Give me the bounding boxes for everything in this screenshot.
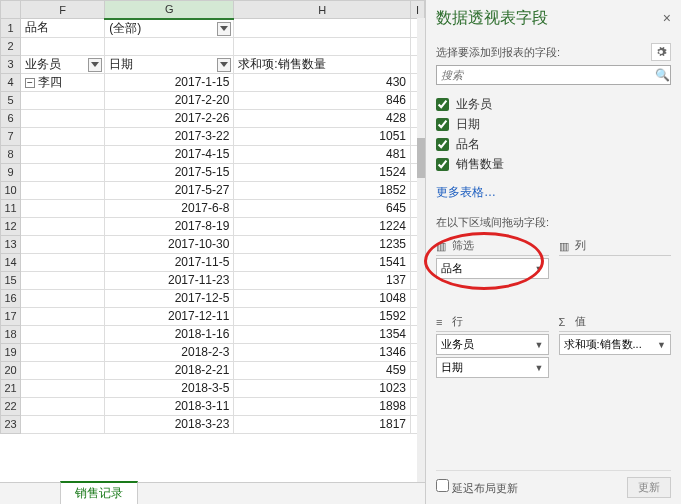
vertical-scrollbar[interactable]: [417, 18, 425, 482]
cell[interactable]: [21, 307, 105, 325]
zone-rows[interactable]: 业务员▼ 日期▼: [436, 334, 549, 384]
col-F[interactable]: F: [21, 1, 105, 19]
cell[interactable]: 430: [234, 73, 411, 91]
cell[interactable]: 1898: [234, 397, 411, 415]
field-checkbox[interactable]: 销售数量: [436, 156, 671, 173]
cell[interactable]: [21, 271, 105, 289]
collapse-icon[interactable]: −: [25, 78, 35, 88]
cell[interactable]: [21, 397, 105, 415]
cell[interactable]: [21, 91, 105, 109]
cell[interactable]: [21, 181, 105, 199]
field-checkbox[interactable]: 日期: [436, 116, 671, 133]
cell[interactable]: 1023: [234, 379, 411, 397]
cell[interactable]: [234, 19, 411, 38]
row-head[interactable]: 22: [1, 397, 21, 415]
close-icon[interactable]: ×: [663, 10, 671, 26]
row-head[interactable]: 20: [1, 361, 21, 379]
cell[interactable]: 2018-3-5: [105, 379, 234, 397]
search-input[interactable]: [437, 69, 654, 81]
row-head[interactable]: 7: [1, 127, 21, 145]
cell[interactable]: 1541: [234, 253, 411, 271]
row-head[interactable]: 3: [1, 55, 21, 73]
cell[interactable]: [21, 289, 105, 307]
cell[interactable]: [105, 37, 234, 55]
cell[interactable]: 1852: [234, 181, 411, 199]
update-button[interactable]: 更新: [627, 477, 671, 498]
cell[interactable]: 645: [234, 199, 411, 217]
cell[interactable]: 1224: [234, 217, 411, 235]
cell[interactable]: 2018-2-21: [105, 361, 234, 379]
cell[interactable]: 846: [234, 91, 411, 109]
row-head[interactable]: 12: [1, 217, 21, 235]
row-head[interactable]: 1: [1, 19, 21, 38]
zone-values[interactable]: 求和项:销售数...▼: [559, 334, 672, 384]
cell[interactable]: 1354: [234, 325, 411, 343]
cell[interactable]: 2017-8-19: [105, 217, 234, 235]
col-G[interactable]: G: [105, 1, 234, 19]
cell[interactable]: 481: [234, 145, 411, 163]
more-tables-link[interactable]: 更多表格…: [436, 184, 671, 201]
zone-columns[interactable]: [559, 258, 672, 308]
cell[interactable]: 459: [234, 361, 411, 379]
cell[interactable]: [21, 37, 105, 55]
cell[interactable]: 2017-10-30: [105, 235, 234, 253]
cell[interactable]: 2017-3-22: [105, 127, 234, 145]
cell[interactable]: 1235: [234, 235, 411, 253]
select-all-corner[interactable]: [1, 1, 21, 19]
cell[interactable]: [21, 217, 105, 235]
zone-filter[interactable]: 品名▼: [436, 258, 549, 308]
cell[interactable]: 2017-11-5: [105, 253, 234, 271]
row-head[interactable]: 5: [1, 91, 21, 109]
cell[interactable]: 日期: [105, 55, 234, 73]
cell[interactable]: [21, 379, 105, 397]
row-head[interactable]: 6: [1, 109, 21, 127]
cell[interactable]: 2017-12-5: [105, 289, 234, 307]
cell[interactable]: [21, 163, 105, 181]
zone-item[interactable]: 品名▼: [436, 258, 549, 279]
row-head[interactable]: 18: [1, 325, 21, 343]
filter-dropdown-icon[interactable]: [88, 58, 102, 72]
filter-dropdown-icon[interactable]: [217, 22, 231, 36]
cell[interactable]: 1346: [234, 343, 411, 361]
cell[interactable]: [21, 325, 105, 343]
cell[interactable]: [21, 235, 105, 253]
zone-item[interactable]: 求和项:销售数...▼: [559, 334, 672, 355]
field-search[interactable]: 🔍: [436, 65, 671, 85]
cell[interactable]: [234, 37, 411, 55]
row-head[interactable]: 15: [1, 271, 21, 289]
col-I[interactable]: I: [411, 1, 425, 19]
field-checkbox[interactable]: 业务员: [436, 96, 671, 113]
zone-item[interactable]: 业务员▼: [436, 334, 549, 355]
cell[interactable]: 2018-2-3: [105, 343, 234, 361]
cell[interactable]: 2017-1-15: [105, 73, 234, 91]
cell[interactable]: [21, 145, 105, 163]
cell[interactable]: 业务员: [21, 55, 105, 73]
cell[interactable]: [21, 253, 105, 271]
zone-item[interactable]: 日期▼: [436, 357, 549, 378]
row-head[interactable]: 14: [1, 253, 21, 271]
cell[interactable]: 1051: [234, 127, 411, 145]
row-head[interactable]: 13: [1, 235, 21, 253]
cell[interactable]: 137: [234, 271, 411, 289]
cell[interactable]: [21, 415, 105, 433]
row-head[interactable]: 9: [1, 163, 21, 181]
col-H[interactable]: H: [234, 1, 411, 19]
row-head[interactable]: 11: [1, 199, 21, 217]
cell[interactable]: 2017-11-23: [105, 271, 234, 289]
cell[interactable]: 1817: [234, 415, 411, 433]
row-head[interactable]: 10: [1, 181, 21, 199]
cell[interactable]: −李四: [21, 73, 105, 91]
cell[interactable]: [21, 127, 105, 145]
cell[interactable]: (全部): [105, 19, 234, 38]
row-head[interactable]: 21: [1, 379, 21, 397]
sheet-tab[interactable]: 销售记录: [60, 481, 138, 504]
cell[interactable]: 2017-5-27: [105, 181, 234, 199]
cell[interactable]: [21, 199, 105, 217]
cell[interactable]: 2017-2-26: [105, 109, 234, 127]
cell[interactable]: 1048: [234, 289, 411, 307]
row-head[interactable]: 17: [1, 307, 21, 325]
cell[interactable]: 2018-3-23: [105, 415, 234, 433]
cell[interactable]: 品名: [21, 19, 105, 38]
cell[interactable]: 求和项:销售数量: [234, 55, 411, 73]
row-head[interactable]: 2: [1, 37, 21, 55]
